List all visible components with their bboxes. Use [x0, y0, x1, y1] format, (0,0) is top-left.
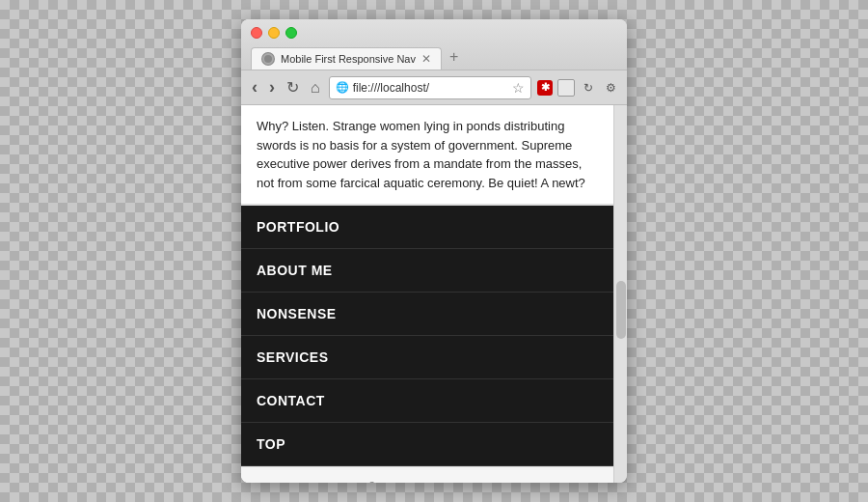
content-wrapper: Why? Listen. Strange women lying in pond…	[241, 105, 627, 483]
page-footer: Copyright ©2012 Ian Yates Webdesigntuts+	[241, 466, 613, 483]
tab-favicon	[261, 52, 275, 66]
bookmark-icon[interactable]: ☆	[512, 80, 525, 96]
minimize-button[interactable]	[268, 27, 280, 39]
nav-item-portfolio[interactable]: PORTFOLIO	[241, 206, 613, 249]
footer-copyright: Copyright ©2012 Ian Yates	[315, 481, 457, 483]
url-text: file:///localhost/	[353, 81, 508, 95]
window-controls	[251, 27, 617, 39]
forward-button[interactable]	[266, 75, 278, 99]
browser-window: Mobile First Responsive Nav ✕ + 🌐 file:/…	[241, 19, 627, 483]
page-body-text: Why? Listen. Strange women lying in pond…	[241, 105, 613, 206]
tab-title: Mobile First Responsive Nav	[281, 53, 416, 65]
box-icon[interactable]	[557, 79, 575, 97]
home-button[interactable]	[308, 77, 323, 98]
back-button[interactable]	[249, 75, 260, 99]
settings-icon[interactable]: ⚙	[602, 79, 619, 97]
refresh-button[interactable]	[284, 76, 302, 98]
scrollbar-track[interactable]	[613, 105, 627, 483]
asterisk-icon[interactable]: ✱	[537, 80, 553, 96]
page-content: Why? Listen. Strange women lying in pond…	[241, 105, 613, 483]
content-area: Why? Listen. Strange women lying in pond…	[241, 105, 613, 483]
nav-item-nonsense[interactable]: NONSENSE	[241, 293, 613, 336]
nav-item-top[interactable]: TOP	[241, 423, 613, 466]
nav-item-services[interactable]: SERVICES	[241, 336, 613, 379]
toolbar-icons: ✱ ↻ ⚙	[537, 79, 619, 97]
url-icon: 🌐	[336, 81, 349, 94]
reload-icon[interactable]: ↻	[580, 79, 597, 97]
active-tab[interactable]: Mobile First Responsive Nav ✕	[251, 47, 442, 70]
close-button[interactable]	[251, 27, 262, 39]
navigation-menu: PORTFOLIO ABOUT ME NONSENSE SERVICES CON…	[241, 206, 613, 466]
new-tab-button[interactable]: +	[442, 44, 466, 70]
maximize-button[interactable]	[285, 27, 297, 39]
url-bar[interactable]: 🌐 file:///localhost/ ☆	[329, 76, 531, 99]
nav-item-contact[interactable]: CONTACT	[241, 379, 613, 423]
address-bar: 🌐 file:///localhost/ ☆ ✱ ↻ ⚙	[241, 70, 627, 105]
footer-link[interactable]: Webdesigntuts+	[456, 481, 539, 483]
nav-item-about[interactable]: ABOUT ME	[241, 249, 613, 293]
tab-close-icon[interactable]: ✕	[421, 52, 431, 66]
tab-bar: Mobile First Responsive Nav ✕ +	[251, 44, 617, 70]
title-bar: Mobile First Responsive Nav ✕ +	[241, 19, 627, 70]
scrollbar-thumb[interactable]	[616, 281, 626, 339]
